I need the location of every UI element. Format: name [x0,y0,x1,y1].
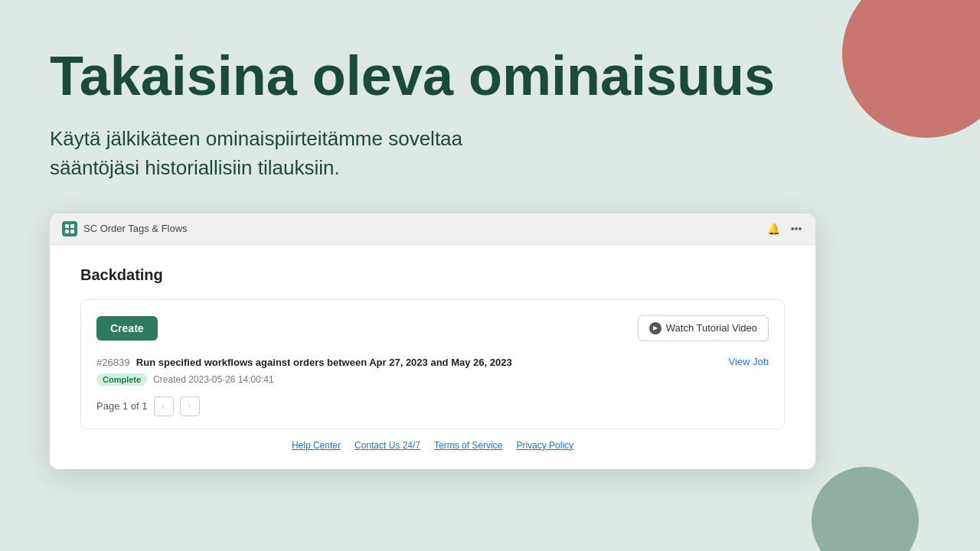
job-id: #26839 [96,357,129,368]
section-title: Backdating [80,266,785,284]
notification-icon[interactable]: 🔔 [766,222,780,236]
pagination-label: Page 1 of 1 [96,400,148,412]
create-button[interactable]: Create [96,316,158,341]
pagination-prev[interactable]: ‹ [154,396,174,416]
window-title: SC Order Tags & Flows [83,223,188,234]
footer-links: Help Center Contact Us 24/7 Terms of Ser… [80,429,785,454]
job-title-left: #26839 Run specified workflows against o… [96,355,512,369]
job-date: Created 2023-05-26 14:00:41 [153,374,273,385]
window-body: Backdating Create ▶ Watch Tutorial Video… [50,245,815,469]
footer-help-center[interactable]: Help Center [292,440,341,451]
svg-rect-3 [70,230,74,233]
pagination: Page 1 of 1 ‹ › [96,396,769,416]
job-description: Run specified workflows against orders b… [136,357,512,368]
job-item: #26839 Run specified workflows against o… [96,355,769,386]
view-job-link[interactable]: View Job [728,356,769,367]
svg-rect-2 [65,230,69,233]
footer-contact[interactable]: Contact Us 24/7 [354,440,420,451]
job-meta: Complete Created 2023-05-26 14:00:41 [96,373,769,386]
svg-rect-0 [65,224,69,228]
status-badge: Complete [96,373,147,386]
app-icon [62,221,77,236]
window-titlebar: SC Order Tags & Flows 🔔 ••• [50,214,815,245]
inner-card: Create ▶ Watch Tutorial Video #26839 Run… [80,299,785,429]
titlebar-right: 🔔 ••• [766,222,803,236]
watch-tutorial-button[interactable]: ▶ Watch Tutorial Video [638,315,769,341]
footer-terms[interactable]: Terms of Service [434,440,502,451]
svg-rect-1 [70,224,74,228]
page-title: Takaisina oleva ominaisuus [50,46,930,106]
footer-privacy[interactable]: Privacy Policy [516,440,573,451]
card-toolbar: Create ▶ Watch Tutorial Video [96,315,769,341]
pagination-next[interactable]: › [180,396,200,416]
job-title-line: #26839 Run specified workflows against o… [96,355,769,369]
subtitle-line1: Käytä jälkikäteen ominaispiirteitämme so… [50,127,462,150]
page-subtitle: Käytä jälkikäteen ominaispiirteitämme so… [50,125,930,182]
play-icon: ▶ [649,322,662,334]
subtitle-line2: sääntöjäsi historiallisiin tilauksiin. [50,156,340,179]
titlebar-left: SC Order Tags & Flows [62,221,188,236]
app-window: SC Order Tags & Flows 🔔 ••• Backdating C… [50,214,815,469]
more-options-icon[interactable]: ••• [789,222,803,236]
tutorial-label: Watch Tutorial Video [666,322,757,334]
